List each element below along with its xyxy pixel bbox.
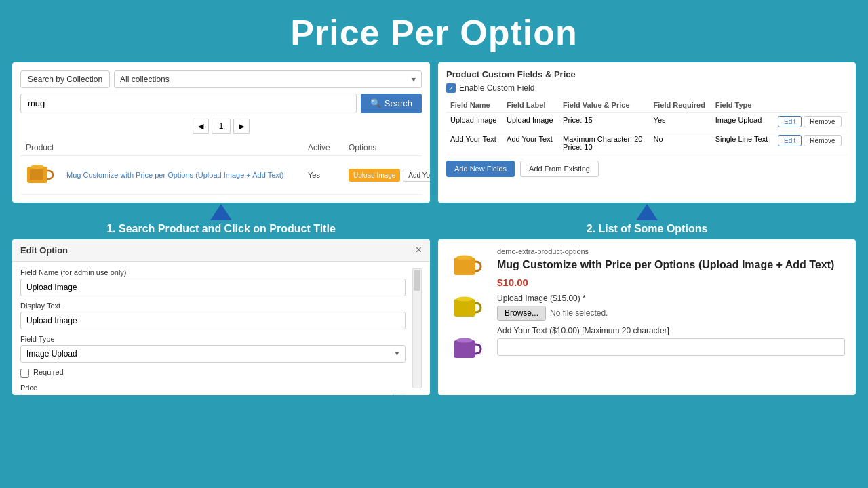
page-number: 1 [212,119,231,134]
enable-custom-field-row: ✓ Enable Custom Field [446,83,848,93]
field-type-label: Field Type [20,335,406,343]
caption-step1: 1. Search Product and Click on Product T… [12,203,430,239]
demo-product-title: Mug Customize with Price per Options (Up… [497,258,845,272]
collections-dropdown[interactable]: All collections ▾ [114,70,422,88]
col-product: Product [26,143,66,152]
row2-actions: Edit Remove [774,131,848,155]
display-text-label: Display Text [20,302,406,310]
svg-rect-5 [454,299,475,317]
search-by-collection-button[interactable]: Search by Collection [20,70,110,88]
scrollbar[interactable] [412,268,422,388]
row1-field-name: Upload Image [446,113,502,131]
price-input-wrapper: ▲ ▼ [20,394,406,395]
product-image [26,160,56,190]
svg-point-4 [456,255,473,260]
col-options: Options [349,143,416,152]
field-type-select-wrapper: Image Upload [20,345,406,363]
svg-point-8 [456,338,473,342]
fields-panel: Product Custom Fields & Price ✓ Enable C… [438,62,856,203]
page-title: Price Per Option [0,12,868,53]
arrow-up-icon-2 [636,204,658,220]
price-label: Price [20,384,406,392]
required-checkbox-row: Required [20,368,406,378]
collection-value: All collections [120,75,170,84]
options-buttons: Upload Image Add Your Text [349,169,416,182]
enable-label: Enable Custom Field [459,83,534,93]
enable-checkbox[interactable]: ✓ [446,83,456,93]
edit-panel-body: Field Name (for admin use only) Display … [12,262,430,395]
captions-row: 1. Search Product and Click on Product T… [0,203,868,239]
field-type-select[interactable]: Image Upload [20,345,406,363]
add-from-existing-button[interactable]: Add From Existing [520,161,599,177]
edit-option-panel: Edit Option × Field Name (for admin use … [12,239,430,395]
add-text-input[interactable] [497,338,845,356]
demo-top: demo-extra-product-options Mug Customize… [449,247,845,367]
add-new-fields-button[interactable]: Add New Fields [446,161,515,177]
upload-row: Browse... No file selected. [497,306,845,321]
prev-page-button[interactable]: ◀ [193,119,209,134]
field-name-input[interactable] [20,279,406,296]
upload-image-button[interactable]: Upload Image [349,169,400,182]
search-panel: Search by Collection All collections ▾ 🔍… [12,62,430,203]
edit-form: Field Name (for admin use only) Display … [20,268,406,388]
mug-thumbnail-2 [449,289,486,326]
demo-product-price: $10.00 [497,277,845,288]
svg-rect-1 [30,169,43,180]
search-button[interactable]: 🔍 Search [361,94,422,113]
product-table-header: Product Active Options [20,140,422,156]
row1-required: Yes [650,113,711,131]
add-your-text-button[interactable]: Add Your Text [403,169,430,182]
price-input[interactable] [20,394,406,395]
mugs-column [449,247,486,367]
col-active: Active [308,143,349,152]
upload-image-label: Upload Image ($15.00) * [497,293,845,303]
fields-panel-title: Product Custom Fields & Price [446,69,848,79]
svg-rect-7 [454,340,475,358]
th-field-value: Field Value & Price [559,98,649,113]
scroll-handle[interactable] [414,270,420,291]
row1-field-value: Price: 15 [559,113,649,131]
caption-step2-text: 2. List of Some Options [587,223,708,235]
store-slug: demo-extra-product-options [497,247,845,256]
th-field-type: Field Type [711,98,774,113]
mug-thumbnail-3 [449,330,486,367]
table-row: Mug Customize with Price per Options (Up… [20,156,422,195]
svg-point-6 [456,296,473,301]
display-text-input[interactable] [20,312,406,329]
mug-thumbnail-1 [449,247,486,285]
svg-point-2 [31,165,44,169]
row1-edit-button[interactable]: Edit [778,116,802,127]
th-actions [774,98,848,113]
row2-field-value: Maximum Character: 20Price: 10 [559,131,649,155]
close-button[interactable]: × [416,245,422,256]
required-checkbox[interactable] [20,369,29,378]
price-spinner: ▲ ▼ [393,394,406,395]
row1-remove-button[interactable]: Remove [804,116,841,127]
price-group: Price ▲ ▼ [20,384,406,395]
table-row: Upload Image Upload Image Price: 15 Yes … [446,113,848,131]
row1-field-label: Upload Image [502,113,559,131]
row1-actions: Edit Remove [774,113,848,131]
table-row: Add Your Text Add Your Text Maximum Char… [446,131,848,155]
active-status: Yes [308,171,349,179]
no-file-text: No file selected. [550,308,608,318]
add-text-label: Add Your Text ($10.00) [Maximum 20 chara… [497,326,845,336]
display-text-group: Display Text [20,302,406,329]
row2-edit-button[interactable]: Edit [778,135,802,146]
next-page-button[interactable]: ▶ [233,119,250,134]
price-up-button[interactable]: ▲ [394,394,406,395]
caption-step1-text: 1. Search Product and Click on Product T… [106,223,336,235]
product-title-link[interactable]: Mug Customize with Price per Options (Up… [66,170,308,180]
search-input[interactable] [20,94,357,113]
edit-panel-header: Edit Option × [12,239,430,262]
demo-product-panel: demo-extra-product-options Mug Customize… [438,239,856,395]
col-spacer [66,143,308,152]
arrow-up-icon [210,204,232,220]
browse-button[interactable]: Browse... [497,306,546,321]
required-label: Required [33,368,64,376]
row2-field-label: Add Your Text [502,131,559,155]
svg-rect-3 [454,258,475,275]
th-field-name: Field Name [446,98,502,113]
fields-action-buttons: Add New Fields Add From Existing [446,161,848,177]
row2-remove-button[interactable]: Remove [804,135,841,146]
